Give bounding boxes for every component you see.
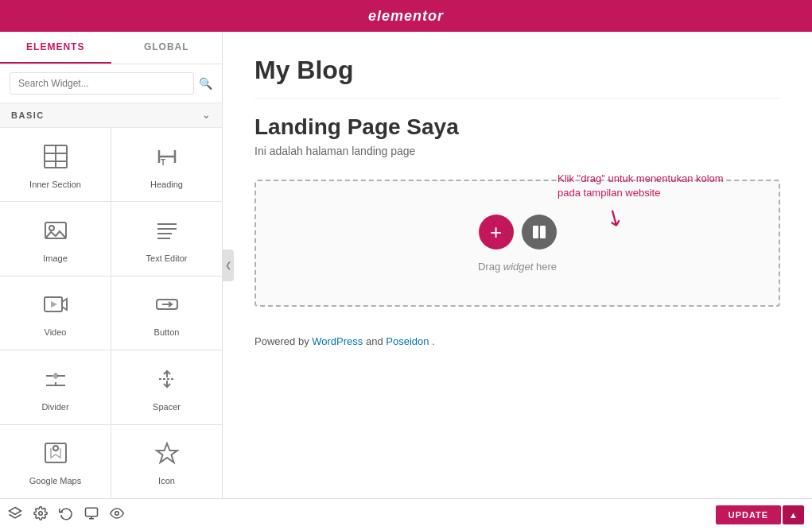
spacer-icon [154, 366, 180, 396]
inner-section-icon [43, 144, 68, 173]
svg-rect-37 [533, 226, 538, 238]
elementor-logo: elementor [368, 8, 444, 25]
update-button[interactable]: UPDATE [716, 505, 781, 524]
divider-icon [43, 366, 68, 396]
content-area: My Blog Landing Page Saya Ini adalah hal… [223, 32, 812, 498]
text-editor-label: Text Editor [146, 253, 188, 263]
update-group: UPDATE ▲ [716, 505, 804, 524]
footer-text-mid: and [366, 335, 386, 347]
svg-rect-41 [86, 508, 98, 516]
main-layout: ELEMENTS GLOBAL 🔍 BASIC ⌄ [0, 32, 812, 498]
icon-label: Icon [158, 476, 175, 486]
widget-divider[interactable]: Divider [0, 350, 111, 424]
history-icon[interactable] [59, 506, 73, 524]
heading-icon: T [154, 144, 180, 173]
svg-marker-36 [157, 443, 177, 462]
content-footer: Powered by WordPress and Poseidon . [254, 335, 780, 347]
svg-marker-27 [52, 373, 56, 379]
layers-icon[interactable] [8, 506, 22, 524]
eye-icon[interactable] [110, 506, 124, 524]
widgets-grid: Inner Section T Heading [0, 128, 222, 498]
settings-icon[interactable] [33, 506, 48, 524]
page-subtitle: Ini adalah halaman landing page [254, 145, 780, 157]
svg-marker-39 [10, 507, 21, 514]
widget-video[interactable]: Video [0, 277, 111, 350]
widget-inner-section[interactable]: Inner Section [0, 128, 111, 201]
widget-search-bar: 🔍 [0, 64, 222, 103]
basic-label: BASIC [11, 110, 45, 120]
tab-global[interactable]: GLOBAL [111, 32, 223, 64]
image-label: Image [43, 253, 68, 263]
tab-elements[interactable]: ELEMENTS [0, 32, 111, 64]
svg-rect-38 [540, 226, 546, 238]
sidebar: ELEMENTS GLOBAL 🔍 BASIC ⌄ [0, 32, 223, 498]
blog-title: My Blog [254, 56, 780, 99]
bottom-bar-left [8, 506, 124, 524]
callout-tooltip: Klik "drag" untuk menentukan kolom pada … [558, 172, 732, 200]
bottom-bar: UPDATE ▲ [0, 498, 812, 530]
icon-icon [154, 440, 180, 470]
svg-point-40 [39, 511, 43, 515]
update-arrow-button[interactable]: ▲ [783, 505, 804, 524]
sidebar-tabs: ELEMENTS GLOBAL [0, 32, 222, 64]
widget-text-editor[interactable]: Text Editor [111, 202, 222, 275]
svg-point-16 [49, 226, 54, 230]
image-icon [43, 218, 68, 247]
widget-image[interactable]: Image [0, 202, 111, 275]
spacer-label: Spacer [153, 402, 181, 412]
widget-icon[interactable]: Icon [111, 425, 222, 498]
google-maps-icon [43, 440, 68, 470]
poseidon-link[interactable]: Poseidon [386, 335, 429, 347]
responsive-icon[interactable] [84, 506, 99, 524]
inner-section-label: Inner Section [29, 180, 81, 189]
video-icon [43, 292, 68, 321]
search-icon[interactable]: 🔍 [199, 77, 212, 90]
svg-point-35 [53, 446, 58, 451]
heading-label: Heading [150, 180, 183, 189]
page-title: Landing Page Saya [254, 114, 780, 140]
search-input[interactable] [10, 72, 194, 95]
google-maps-label: Google Maps [29, 476, 81, 486]
svg-text:T: T [161, 158, 165, 167]
chevron-down-icon[interactable]: ⌄ [202, 110, 212, 121]
widget-heading[interactable]: T Heading [111, 128, 222, 201]
video-label: Video [45, 327, 67, 337]
drag-buttons: + [479, 215, 557, 250]
sidebar-container: ELEMENTS GLOBAL 🔍 BASIC ⌄ [0, 32, 223, 498]
button-icon [154, 292, 180, 321]
callout-text: Klik "drag" untuk menentukan kolom pada … [558, 172, 724, 199]
drag-label: Drag widget here [478, 261, 557, 273]
svg-point-44 [115, 511, 119, 515]
widget-google-maps[interactable]: Google Maps [0, 425, 111, 498]
top-bar: elementor [0, 0, 812, 32]
drag-zone-wrapper: Klik "drag" untuk menentukan kolom pada … [254, 180, 780, 307]
layout-button[interactable] [522, 215, 557, 250]
widget-button[interactable]: Button [111, 277, 222, 350]
footer-text-before: Powered by [254, 335, 312, 347]
svg-marker-22 [51, 301, 57, 308]
text-editor-icon [154, 218, 180, 247]
wordpress-link[interactable]: WordPress [312, 335, 363, 347]
basic-section-header: BASIC ⌄ [0, 103, 222, 128]
divider-label: Divider [41, 402, 68, 412]
footer-text-end: . [432, 335, 435, 347]
sidebar-collapse-handle[interactable]: ❮ [223, 250, 234, 281]
widget-spacer[interactable]: Spacer [111, 350, 222, 424]
add-widget-button[interactable]: + [479, 215, 514, 250]
button-label: Button [154, 327, 180, 337]
